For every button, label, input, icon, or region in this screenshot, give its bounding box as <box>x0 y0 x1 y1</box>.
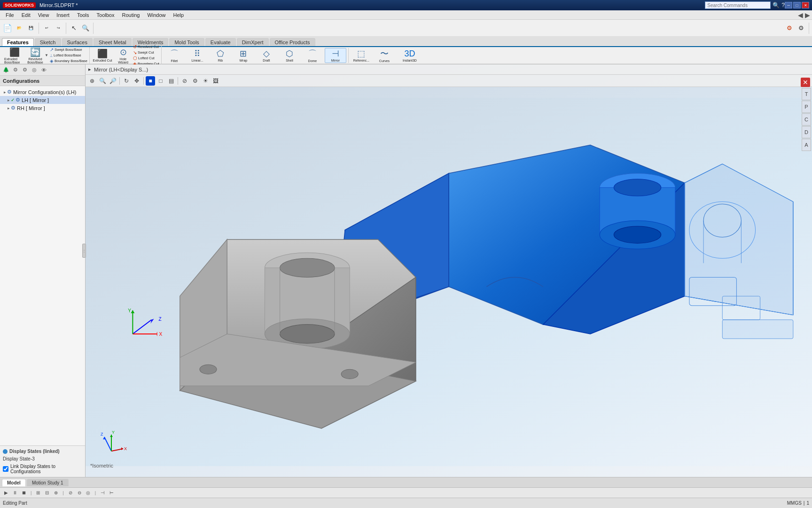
zoom-button[interactable]: 🔍 <box>80 23 91 34</box>
bt-snap2-btn[interactable]: ⊕ <box>52 489 60 497</box>
zoom-in-button[interactable]: 🔍 <box>98 76 107 86</box>
bt-align-btn[interactable]: ⊣ <box>98 489 107 497</box>
maximize-button[interactable]: □ <box>793 2 801 8</box>
dome-button[interactable]: ⌒ Dome <box>302 48 323 63</box>
bt-btn3[interactable]: ⏹ <box>20 489 28 497</box>
link-display-states-checkbox[interactable] <box>3 466 8 472</box>
hole-wizard-button[interactable]: ⊙ Hole Wizard <box>114 48 132 63</box>
tab-surfaces[interactable]: Surfaces <box>62 38 93 46</box>
config-rh-item[interactable]: ▸ ⚙ RH [ Mirror ] <box>0 104 85 112</box>
config-manager-button[interactable]: ⚙ <box>21 66 29 74</box>
arrow-left-icon[interactable]: ◀ <box>798 11 803 19</box>
menubar: File Edit View Insert Tools Toolbox Rout… <box>0 10 812 20</box>
property-manager-button[interactable]: ⚙ <box>11 66 20 74</box>
shell-button[interactable]: ⬡ Shell <box>279 48 300 63</box>
reference-button[interactable]: ⬚ Referenc... <box>351 48 372 63</box>
display-manager-button[interactable]: 👁 <box>39 66 48 74</box>
swept-boss-button[interactable]: ↗ Swept Boss/Base <box>50 47 87 52</box>
boundary-boss-button[interactable]: ◈ Boundary Boss/Base <box>50 58 87 64</box>
minimize-button[interactable]: ─ <box>785 2 792 8</box>
fillet-icon: ⌒ <box>170 48 179 59</box>
options-button[interactable]: ⚙ <box>796 23 807 34</box>
tab-features[interactable]: Features <box>2 38 34 46</box>
panel-splitter[interactable]: ⋮ <box>82 244 86 258</box>
help-icon[interactable]: ? <box>781 2 785 8</box>
pan-button[interactable]: ✥ <box>132 76 141 86</box>
mirror-button[interactable]: ⊣ Mirror <box>325 48 346 63</box>
lighting-button[interactable]: ☀ <box>201 76 210 86</box>
right-panel-btn5[interactable]: A <box>802 139 811 151</box>
instant3d-button[interactable]: 3D Instant3D <box>397 48 423 63</box>
bt-relations-btn[interactable]: ⊘ <box>66 489 75 497</box>
open-button[interactable]: 📂 <box>14 23 25 34</box>
menu-routing[interactable]: Routing <box>118 11 143 19</box>
rotate-view-button[interactable]: ↻ <box>122 76 131 86</box>
linear-pattern-button[interactable]: ⠿ Linear... <box>187 48 208 63</box>
menu-view[interactable]: View <box>34 11 53 19</box>
redo-button[interactable]: ↪ <box>53 23 64 34</box>
bt-smart-btn[interactable]: ◎ <box>84 489 93 497</box>
hidden-lines-button[interactable]: ▤ <box>166 76 176 86</box>
curves-button[interactable]: 〜 Curves <box>374 48 395 63</box>
right-panel-btn2[interactable]: P <box>802 101 811 113</box>
rebuild-button[interactable]: ⚙ <box>784 23 795 34</box>
bt-snap-btn[interactable]: ⊞ <box>34 489 42 497</box>
menu-edit[interactable]: Edit <box>18 11 34 19</box>
tab-mold-tools[interactable]: Mold Tools <box>169 38 204 46</box>
display-style-button[interactable]: ⚙ <box>190 76 200 86</box>
zoom-to-fit-button[interactable]: ⊕ <box>87 76 97 86</box>
rib-button[interactable]: ⬠ Rib <box>210 48 231 63</box>
lofted-cut-button[interactable]: ⬡ Lofted Cut <box>133 56 159 61</box>
search-input[interactable] <box>705 1 771 9</box>
extruded-boss-button[interactable]: ⬛ Extruded Boss/Base <box>4 48 25 63</box>
revolved-cut-button[interactable]: ↺ Revolved Cut <box>133 44 159 49</box>
tab-motion-study[interactable]: Motion Study 1 <box>27 479 69 486</box>
close-button[interactable]: ✕ <box>802 2 809 8</box>
extruded-cut-button[interactable]: ⬛ Extruded Cut <box>92 48 113 63</box>
zoom-out-button[interactable]: 🔎 <box>108 76 117 86</box>
tab-sketch[interactable]: Sketch <box>35 38 61 46</box>
fillet-button[interactable]: ⌒ Fillet <box>164 48 185 63</box>
menu-help[interactable]: Help <box>170 11 188 19</box>
menu-file[interactable]: File <box>2 11 18 19</box>
section-view-button[interactable]: ⊘ <box>180 76 189 86</box>
config-main-item[interactable]: ▸ ⚙ Mirror Configuration(s) (LH) <box>0 88 85 96</box>
wireframe-button[interactable]: □ <box>156 76 165 86</box>
lofted-boss-button[interactable]: ⟂ Lofted Boss/Base <box>50 53 87 58</box>
tab-office-products[interactable]: Office Products <box>270 38 315 46</box>
bt-btn1[interactable]: ▶ <box>2 489 10 497</box>
tab-evaluate[interactable]: Evaluate <box>205 38 236 46</box>
new-button[interactable]: 📄 <box>2 23 13 34</box>
right-panel-btn3[interactable]: C <box>802 113 811 126</box>
bt-flip-btn[interactable]: ⊢ <box>107 489 116 497</box>
scene-button[interactable]: 🖼 <box>211 76 220 86</box>
menu-window[interactable]: Window <box>143 11 169 19</box>
dimxpert-manager-button[interactable]: ◎ <box>30 66 39 74</box>
search-icon[interactable]: 🔍 <box>773 2 780 8</box>
arrow-right-icon[interactable]: ▶ <box>805 11 810 19</box>
tab-model[interactable]: Model <box>2 479 26 486</box>
feature-manager-button[interactable]: 🌲 <box>2 66 10 74</box>
display-state-item[interactable]: Display State-3 <box>3 456 82 462</box>
viewport[interactable]: ▸ Mirror (LH<Display S...) ⊕ 🔍 🔎 ↻ ✥ ■ □… <box>86 64 812 477</box>
menu-insert[interactable]: Insert <box>53 11 73 19</box>
bt-btn2[interactable]: ⏸ <box>11 489 19 497</box>
draft-button[interactable]: ◇ Draft <box>256 48 277 63</box>
select-button[interactable]: ↖ <box>68 23 79 34</box>
revolved-boss-button[interactable]: 🔄 Revolved Boss/Base <box>26 48 44 63</box>
revolved-boss-dropdown[interactable]: ▼ <box>44 48 49 63</box>
right-panel-btn4[interactable]: D <box>802 126 811 138</box>
bt-grid-btn[interactable]: ⊟ <box>43 489 51 497</box>
right-panel-btn1[interactable]: T <box>802 88 811 100</box>
shaded-view-button[interactable]: ■ <box>146 76 155 86</box>
bt-infer-btn[interactable]: ⊖ <box>75 489 84 497</box>
wrap-button[interactable]: ⊞ Wrap <box>233 48 254 63</box>
undo-button[interactable]: ↩ <box>41 23 52 34</box>
viewport-close-button[interactable]: ✕ <box>801 78 810 87</box>
menu-toolbox[interactable]: Toolbox <box>93 11 118 19</box>
config-lh-item[interactable]: ▸ ✓ ⚙ LH [ Mirror ] <box>0 96 85 104</box>
menu-tools[interactable]: Tools <box>73 11 93 19</box>
save-button[interactable]: 💾 <box>25 23 37 34</box>
tab-dimxpert[interactable]: DimXpert <box>237 38 269 46</box>
swept-cut-button[interactable]: ↘ Swept Cut <box>133 50 159 55</box>
